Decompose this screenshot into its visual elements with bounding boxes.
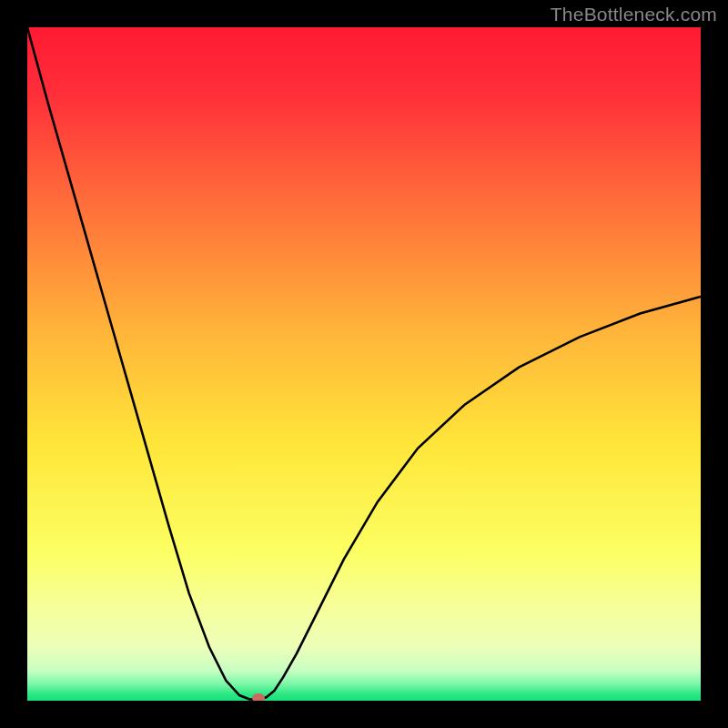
optimum-marker [252, 693, 265, 701]
chart-frame: TheBottleneck.com [0, 0, 728, 728]
watermark-text: TheBottleneck.com [551, 4, 717, 25]
curve-layer [27, 27, 701, 701]
bottleneck-curve [27, 27, 701, 700]
plot-area [27, 27, 701, 701]
